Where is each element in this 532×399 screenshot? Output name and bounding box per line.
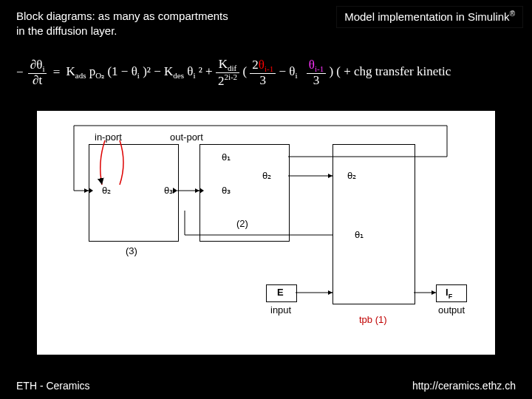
equation: − ∂θi ∂t = Kads pO₂ (1 − θi )² − Kdes θi… xyxy=(16,58,516,93)
diagram-wires xyxy=(37,111,495,355)
title-text: Model implementation in Simulink xyxy=(344,10,509,23)
title-bar: Model implementation in Simulink® xyxy=(336,6,523,28)
diagram-panel: in-port out-port θ₁ θ₂ θ₂ θ₂ θ₃ θ₃ θ₁ (2… xyxy=(37,111,495,355)
footer-right: http://ceramics.ethz.ch xyxy=(412,380,516,392)
title-reg: ® xyxy=(510,10,515,18)
description-text: Block diagrams: as many as compartments … xyxy=(16,9,238,39)
footer-left: ETH - Ceramics xyxy=(16,380,90,392)
